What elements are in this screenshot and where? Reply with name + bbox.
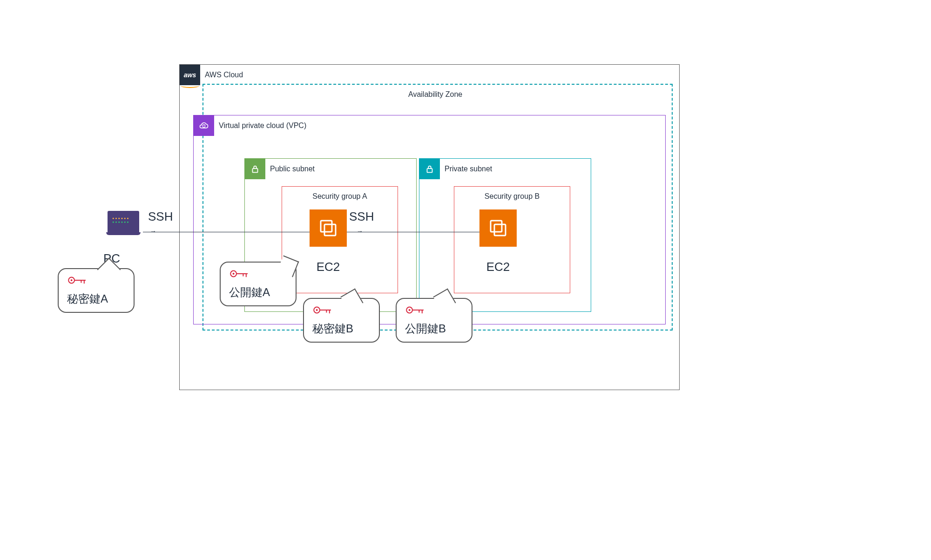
callout-private-key-b: 秘密鍵B	[303, 298, 380, 343]
vpc-badge	[194, 115, 214, 136]
svg-rect-3	[324, 224, 336, 236]
svg-rect-0	[253, 169, 258, 172]
aws-logo-badge: aws	[180, 65, 200, 85]
ec2-chip-icon	[485, 215, 511, 241]
svg-rect-5	[494, 224, 506, 236]
aws-cloud-label: AWS Cloud	[205, 71, 243, 79]
ec2-instance-b-icon	[479, 209, 517, 247]
ssh-label-1: SSH	[148, 209, 173, 224]
svg-rect-2	[321, 221, 332, 232]
lock-icon	[425, 164, 435, 174]
public-key-a-label: 公開鍵A	[229, 285, 287, 300]
vpc-label: Virtual private cloud (VPC)	[219, 121, 306, 130]
svg-point-12	[233, 273, 235, 275]
callout-private-key-a: 秘密鍵A	[58, 268, 135, 313]
callout-public-key-a: 公開鍵A	[220, 262, 297, 306]
key-icon	[312, 304, 335, 317]
svg-point-17	[316, 309, 318, 311]
private-subnet-badge	[419, 159, 440, 179]
ssh-arrow-line-1	[143, 232, 310, 232]
ec2-b-label: EC2	[475, 260, 521, 274]
arrow-head-2: →	[357, 228, 363, 235]
key-icon	[67, 274, 89, 287]
security-group-b-label: Security group B	[454, 192, 570, 201]
ssh-arrow-line-2	[347, 232, 479, 232]
key-icon	[405, 304, 427, 317]
private-key-a-label: 秘密鍵A	[67, 291, 125, 306]
private-subnet-label: Private subnet	[445, 165, 492, 173]
ec2-chip-icon	[315, 215, 341, 241]
svg-rect-1	[427, 169, 432, 172]
cloud-shield-icon	[198, 120, 210, 132]
public-subnet-badge	[245, 159, 265, 179]
arrow-head-1: →	[150, 228, 156, 235]
public-subnet-label: Public subnet	[270, 165, 315, 173]
security-group-a-label: Security group A	[282, 192, 398, 201]
aws-logo-smile	[181, 83, 199, 88]
private-key-b-label: 秘密鍵B	[312, 321, 371, 336]
public-key-b-label: 公開鍵B	[405, 321, 463, 336]
availability-zone-label: Availability Zone	[408, 90, 462, 99]
svg-point-22	[409, 309, 411, 311]
diagram-canvas: aws AWS Cloud Availability Zone Virtual …	[0, 0, 931, 560]
laptop-icon: ●●●●●●●●●●●●	[106, 211, 141, 234]
key-icon	[229, 267, 251, 280]
ec2-a-label: EC2	[305, 260, 351, 274]
lock-icon	[250, 164, 260, 174]
callout-public-key-b: 公開鍵B	[396, 298, 472, 343]
aws-logo-text: aws	[184, 71, 196, 79]
ssh-label-2: SSH	[349, 209, 374, 224]
ec2-instance-a-icon	[310, 209, 347, 247]
svg-point-7	[71, 279, 73, 281]
svg-rect-4	[491, 221, 502, 232]
